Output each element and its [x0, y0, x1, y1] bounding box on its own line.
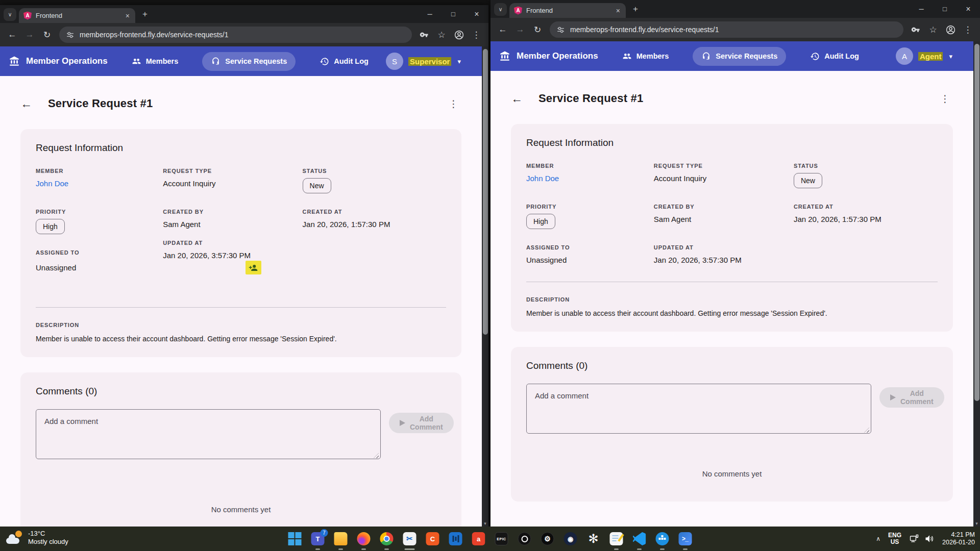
page-menu-icon[interactable]: ⋮ — [937, 93, 953, 105]
chatgpt-icon[interactable]: ✻ — [586, 532, 601, 546]
request-info-heading: Request Information — [526, 137, 938, 148]
weather-icon — [6, 530, 23, 545]
snipping-tool-icon[interactable]: ✂ — [403, 532, 417, 546]
tab-close-icon[interactable]: × — [615, 7, 621, 15]
amd-software-icon[interactable]: a — [472, 532, 486, 546]
forward-button[interactable]: → — [512, 21, 528, 38]
member-link[interactable]: John Doe — [36, 179, 68, 188]
tray-date: 2026-01-20 — [942, 539, 975, 546]
address-bar[interactable]: memberops-frontend.fly.dev/service-reque… — [59, 27, 412, 43]
window-maximize-button[interactable]: □ — [933, 0, 957, 18]
profile-avatar-icon[interactable] — [942, 21, 959, 38]
nav-audit-log-label: Audit Log — [824, 52, 859, 60]
description-label: DESCRIPTION — [36, 322, 446, 328]
comments-card: Comments (0) Add Comment No comments yet — [20, 372, 461, 527]
field-request-type: REQUEST TYPE Account Inquiry — [654, 163, 794, 188]
file-explorer-icon[interactable] — [334, 532, 348, 546]
status-badge: New — [303, 178, 331, 193]
window-close-button[interactable]: × — [465, 5, 488, 23]
nav-audit-log[interactable]: Audit Log — [801, 47, 868, 66]
volume-icon[interactable] — [924, 534, 935, 544]
nav-service-requests[interactable]: Service Requests — [202, 52, 296, 71]
window-minimize-button[interactable]: ─ — [910, 0, 933, 18]
scrollbar-down-icon[interactable]: ▾ — [482, 521, 488, 526]
reload-button[interactable]: ↻ — [39, 27, 55, 43]
weather-widget[interactable]: -13°C Mostly cloudy — [6, 530, 68, 546]
window-minimize-button[interactable]: ─ — [418, 5, 442, 23]
user-menu[interactable]: S Supervisor ▾ — [386, 53, 461, 70]
notepad-icon[interactable] — [609, 532, 624, 546]
browser-scrollbar[interactable]: ▾ — [973, 41, 980, 527]
epic-games-icon[interactable]: EPIC — [495, 532, 509, 546]
browser-menu-icon[interactable]: ⋮ — [960, 21, 976, 38]
orange-c-app-icon[interactable]: C — [426, 532, 440, 546]
back-button[interactable]: ← — [495, 21, 511, 38]
url-text: memberops-frontend.fly.dev/service-reque… — [570, 26, 719, 34]
tab-search-button[interactable]: ∨ — [4, 8, 16, 21]
page-menu-icon[interactable]: ⋮ — [446, 98, 461, 110]
nav-members[interactable]: Members — [614, 47, 678, 66]
clock-widget[interactable]: 4:21 PM 2026-01-20 — [942, 531, 975, 546]
page-back-button[interactable]: ← — [511, 92, 526, 106]
scrollbar-thumb[interactable] — [483, 49, 488, 335]
forward-button[interactable]: → — [21, 27, 38, 43]
brand-label: Member Operations — [26, 56, 108, 66]
tab-close-icon[interactable]: × — [125, 12, 131, 20]
site-info-icon[interactable] — [66, 31, 75, 39]
site-info-icon[interactable] — [556, 26, 565, 34]
browser-menu-icon[interactable]: ⋮ — [468, 27, 484, 43]
password-key-icon[interactable] — [416, 27, 432, 43]
blue-equalizer-app-icon[interactable] — [449, 532, 463, 546]
profile-avatar-icon[interactable] — [451, 27, 467, 43]
comment-input[interactable] — [36, 409, 381, 459]
add-comment-button[interactable]: Add Comment — [389, 413, 454, 433]
user-menu[interactable]: A Agent ▾ — [896, 47, 952, 65]
scrollbar-down-icon[interactable]: ▾ — [973, 521, 980, 526]
field-created-at: CREATED AT Jan 20, 2026, 1:57:30 PM — [303, 209, 446, 234]
network-ethernet-icon[interactable] — [909, 534, 919, 544]
nav-members[interactable]: Members — [123, 52, 187, 71]
steelseries-icon[interactable]: ⚙ — [541, 532, 555, 546]
member-link[interactable]: John Doe — [526, 174, 559, 183]
app-brand[interactable]: Member Operations — [499, 51, 598, 62]
language-indicator[interactable]: ENG US — [888, 532, 901, 545]
docker-icon[interactable] — [655, 532, 670, 546]
bookmark-star-icon[interactable]: ☆ — [925, 21, 941, 38]
add-comment-button[interactable]: Add Comment — [879, 387, 944, 408]
request-info-card: Request Information MEMBER John Doe REQU… — [20, 129, 461, 357]
nav-audit-log[interactable]: Audit Log — [311, 52, 377, 71]
address-bar[interactable]: memberops-frontend.fly.dev/service-reque… — [550, 21, 903, 38]
window-close-button[interactable]: × — [957, 0, 980, 18]
page-back-button[interactable]: ← — [20, 97, 36, 111]
powershell-icon[interactable]: >_ — [678, 532, 693, 546]
browser-tab[interactable]: A Frontend × — [19, 8, 135, 23]
firefox-icon[interactable] — [357, 532, 371, 546]
teams-icon[interactable]: T7 — [311, 532, 325, 546]
tab-search-button[interactable]: ∨ — [494, 3, 507, 16]
reload-button[interactable]: ↻ — [529, 21, 546, 38]
chrome-icon[interactable] — [380, 532, 394, 546]
bookmark-star-icon[interactable]: ☆ — [433, 27, 450, 43]
weather-condition: Mostly cloudy — [28, 538, 68, 546]
windows-start-icon[interactable] — [288, 532, 302, 546]
request-info-card: Request Information MEMBER John Doe REQU… — [511, 124, 953, 332]
vscode-icon[interactable] — [632, 532, 647, 546]
user-name-highlighted: Agent — [918, 52, 943, 61]
ubisoft-connect-icon[interactable] — [518, 532, 532, 546]
nav-service-requests-label: Service Requests — [716, 52, 777, 60]
tray-overflow-chevron-icon[interactable]: ∧ — [876, 535, 880, 542]
steam-icon[interactable]: ◉ — [564, 532, 578, 546]
browser-tab[interactable]: A Frontend × — [509, 3, 626, 18]
comment-input[interactable] — [526, 384, 871, 434]
nav-service-requests[interactable]: Service Requests — [693, 47, 786, 66]
back-button[interactable]: ← — [4, 27, 20, 43]
password-key-icon[interactable] — [908, 21, 924, 38]
tab-title: Frontend — [526, 7, 611, 14]
page-title: Service Request #1 — [48, 97, 153, 110]
new-tab-button[interactable]: + — [629, 3, 642, 16]
browser-scrollbar[interactable]: ▾ — [482, 46, 488, 527]
window-maximize-button[interactable]: □ — [442, 5, 465, 23]
app-brand[interactable]: Member Operations — [9, 56, 108, 67]
scrollbar-thumb[interactable] — [974, 44, 979, 401]
new-tab-button[interactable]: + — [138, 8, 152, 21]
